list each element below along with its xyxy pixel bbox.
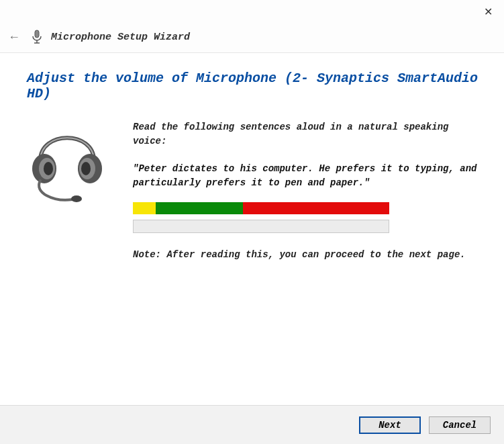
microphone-icon: [31, 30, 43, 44]
instruction-text: Read the following sentences aloud in a …: [133, 120, 482, 148]
wizard-footer: Next Cancel: [0, 405, 504, 444]
wizard-title: Microphone Setup Wizard: [51, 32, 190, 43]
meter-yellow-zone: [133, 202, 156, 214]
progress-bar: [133, 220, 389, 233]
wizard-content: Adjust the volume of Microphone (2- Syna…: [0, 53, 504, 406]
meter-green-zone: [156, 202, 243, 214]
next-button[interactable]: Next: [359, 416, 421, 434]
volume-meter: [133, 202, 389, 214]
note-text: Note: After reading this, you can procee…: [133, 249, 482, 260]
back-arrow-icon[interactable]: ←: [5, 30, 23, 44]
sample-sentence: "Peter dictates to his computer. He pref…: [133, 162, 482, 190]
cancel-button[interactable]: Cancel: [429, 416, 491, 434]
close-icon[interactable]: ✕: [480, 4, 496, 20]
svg-point-5: [44, 162, 53, 175]
page-title: Adjust the volume of Microphone (2- Syna…: [27, 71, 483, 101]
svg-point-8: [81, 162, 91, 175]
meter-red-zone: [243, 202, 389, 214]
svg-point-9: [71, 195, 82, 202]
headset-illustration: [27, 120, 114, 211]
svg-rect-0: [35, 30, 39, 38]
wizard-header: ← Microphone Setup Wizard: [0, 0, 504, 53]
